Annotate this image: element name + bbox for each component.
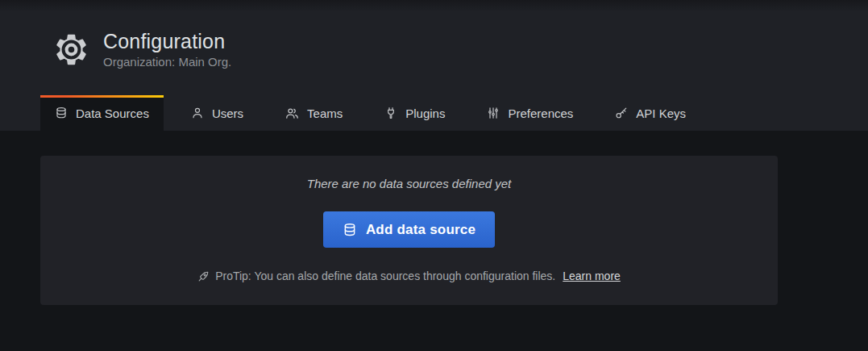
tab-api-keys[interactable]: API Keys <box>600 95 700 131</box>
tab-label: Plugins <box>405 107 445 120</box>
config-tab-bar: Data Sources Users Teams Plugins <box>40 95 713 131</box>
tab-label: API Keys <box>636 107 686 120</box>
sliders-icon <box>487 107 500 119</box>
empty-state-message: There are no data sources defined yet <box>307 177 512 191</box>
tab-preferences[interactable]: Preferences <box>472 95 588 131</box>
users-icon <box>285 107 299 120</box>
empty-state-panel: There are no data sources defined yet Ad… <box>40 156 778 305</box>
tab-data-sources[interactable]: Data Sources <box>40 95 164 131</box>
content-area: There are no data sources defined yet Ad… <box>0 131 868 351</box>
tab-plugins[interactable]: Plugins <box>370 95 459 131</box>
add-data-source-label: Add data source <box>366 222 476 238</box>
protip-text: ProTip: You can also define data sources… <box>215 270 555 283</box>
protip-line: ProTip: You can also define data sources… <box>197 270 621 283</box>
user-icon <box>191 107 204 119</box>
title-block: Configuration Organization: Main Org. <box>103 30 231 69</box>
header-title-group: Configuration Organization: Main Org. <box>0 0 868 69</box>
page-title: Configuration <box>103 30 231 52</box>
tab-label: Data Sources <box>76 107 149 120</box>
tab-label: Preferences <box>508 107 573 120</box>
gear-icon <box>52 31 90 69</box>
plug-icon <box>384 107 397 119</box>
tab-users[interactable]: Users <box>177 95 258 131</box>
add-data-source-button[interactable]: Add data source <box>323 211 495 248</box>
database-icon <box>343 223 357 237</box>
page-header: Configuration Organization: Main Org. Da… <box>0 0 868 131</box>
rocket-icon <box>197 270 210 282</box>
tab-teams[interactable]: Teams <box>271 95 357 131</box>
learn-more-link[interactable]: Learn more <box>563 270 621 283</box>
tab-label: Teams <box>307 107 343 120</box>
database-icon <box>55 107 68 119</box>
key-icon <box>615 107 628 119</box>
tab-label: Users <box>212 107 243 120</box>
page-subtitle: Organization: Main Org. <box>103 55 231 69</box>
